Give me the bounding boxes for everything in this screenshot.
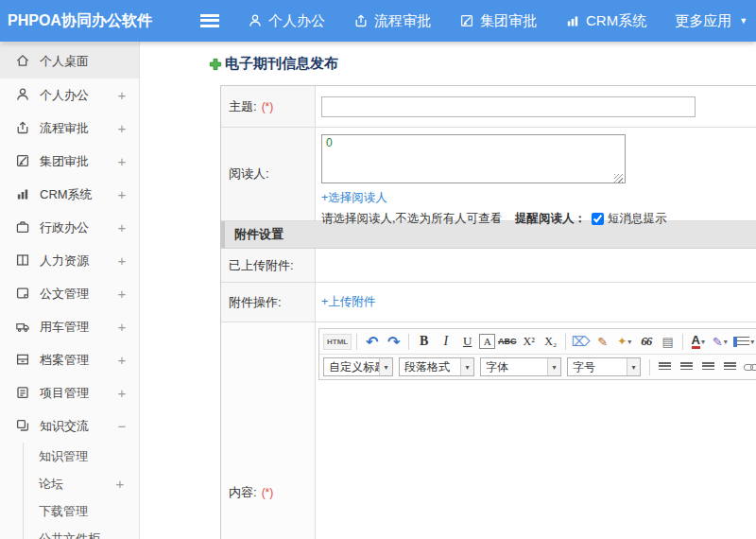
required-mark: (*) [262,100,274,113]
hamburger-menu-icon[interactable] [200,14,219,27]
sidebar-subitem-public-file-cabinet[interactable]: 公共文件柜 [24,525,139,539]
justify-button[interactable] [720,357,740,376]
undo-button[interactable]: ↶ [362,332,382,351]
subscript-button[interactable]: X₂ [541,332,560,351]
sidebar-item-project-mgmt[interactable]: 项目管理 + [0,376,139,409]
font-family-select[interactable]: 字体▾ [480,357,561,376]
expand-plus-icon[interactable]: + [116,252,128,269]
sidebar-item-crm[interactable]: CRM系统 + [0,178,139,211]
superscript-button[interactable]: X² [519,332,539,351]
font-color-button[interactable]: A▾ [688,332,708,351]
bar-chart-icon [565,13,580,28]
nav-personal-office[interactable]: 个人办公 [248,12,325,30]
sidebar-subitem-label: 论坛 [39,476,114,493]
remove-format-eraser-icon[interactable]: ⌦ [571,332,591,351]
sidebar-item-admin-office[interactable]: 行政办公 + [0,211,139,244]
expand-plus-icon[interactable]: + [114,476,126,492]
sidebar-item-group-approval[interactable]: 集团审批 + [0,145,139,178]
caret-down-icon: ▾ [627,338,631,346]
nav-more-apps[interactable]: 更多应用 ▼ [675,12,747,30]
uploaded-attachments-row: 已上传附件: [221,249,756,283]
caret-down-icon: ▾ [460,358,473,375]
sidebar-subitem-label: 公共文件柜 [39,530,114,539]
caret-down-icon: ▾ [724,338,728,346]
sidebar-subitem-knowledge-mgmt[interactable]: 知识管理 [24,443,139,470]
redo-button[interactable]: ↷ [384,332,404,351]
strikethrough-button[interactable]: ABC [497,332,517,351]
ordered-list-button[interactable]: ▾ [731,332,754,351]
editor-toolbar-row1: HTML ↶ ↷ B I U A ABC X² X₂ [319,329,756,354]
upload-icon [353,13,369,28]
subject-row: 主题: (*) [221,86,756,128]
nav-crm[interactable]: CRM系统 [565,12,646,30]
nav-workflow-approval[interactable]: 流程审批 [353,12,431,30]
font-style-box-button[interactable]: A [479,334,495,349]
page-title: 电子期刊信息发布 [209,55,338,73]
expand-plus-icon[interactable]: + [116,286,128,302]
align-left-icon [659,362,671,372]
expand-plus-icon[interactable]: + [116,153,128,169]
expand-plus-icon[interactable]: + [116,219,128,235]
subject-input[interactable] [321,96,696,117]
sidebar-item-hr[interactable]: 人力资源 + [0,244,139,277]
blockquote-button[interactable]: 66 [636,332,656,351]
collapse-minus-icon[interactable]: − [116,418,128,434]
nav-label: 个人办公 [268,12,325,30]
sidebar-subitem-download-mgmt[interactable]: 下载管理 [24,497,139,525]
sidebar-item-archive-mgmt[interactable]: 档案管理 + [0,343,139,376]
highlight-pen-button[interactable]: ✎▾ [710,332,730,351]
font-size-select[interactable]: 字号▾ [567,357,641,376]
sidebar-subitem-forum[interactable]: 论坛 + [24,470,139,497]
expand-plus-icon[interactable]: + [116,385,128,401]
format-brush-icon[interactable]: ✎ [593,332,612,351]
expand-plus-icon[interactable]: + [116,87,128,103]
align-center-icon [680,362,693,372]
bold-button[interactable]: B [414,332,434,351]
sms-checkbox[interactable] [592,213,604,225]
magic-wand-button[interactable]: ✦▾ [614,332,634,351]
app-logo: PHPOA协同办公软件 [0,11,146,31]
link-button[interactable] [742,357,756,376]
main-content: 电子期刊信息发布 主题: (*) 阅读人: 0 +选择阅 [140,42,756,539]
upload-attachment-link[interactable]: +上传附件 [321,294,375,310]
align-center-button[interactable] [677,357,696,376]
expand-plus-icon[interactable]: + [116,120,128,136]
expand-plus-icon[interactable]: + [116,352,128,368]
upload-icon [15,120,31,136]
sidebar-item-knowledge-exchange[interactable]: 知识交流 − [0,409,139,443]
html-source-button[interactable]: HTML [323,334,352,350]
bar-chart-icon [15,186,31,202]
sidebar-item-vehicle-mgmt[interactable]: 用车管理 + [0,310,139,343]
sidebar-item-workflow-approval[interactable]: 流程审批 + [0,112,139,145]
separator [682,334,683,350]
copy-icon [15,418,31,434]
align-right-button[interactable] [698,357,718,376]
nav-group-approval[interactable]: 集团审批 [459,12,537,30]
subject-label: 主题: (*) [221,86,316,127]
nav-label: 更多应用 [675,12,731,30]
required-mark: (*) [262,486,274,499]
content-label: 内容: (*) [221,322,316,539]
heading-select[interactable]: 自定义标题▾ [323,357,393,376]
editor-content-area[interactable] [318,380,756,539]
caret-down-icon: ▾ [547,358,560,375]
paragraph-format-select[interactable]: 段落格式▾ [399,357,474,376]
sidebar-item-personal-office[interactable]: 个人办公 + [0,78,139,112]
select-readers-link[interactable]: +选择阅读人 [321,190,387,206]
sidebar-item-label: 个人办公 [40,87,116,104]
edit-icon [15,153,31,169]
italic-button[interactable]: I [436,332,455,351]
underline-button[interactable]: U [457,332,477,351]
paste-template-icon[interactable]: ▤ [658,332,678,351]
expand-plus-icon[interactable]: + [116,319,128,335]
nav-label: CRM系统 [586,12,646,30]
readers-textarea[interactable]: 0 [321,134,626,183]
sidebar-item-document-mgmt[interactable]: 公文管理 + [0,277,139,310]
content-row: 内容: (*) HTML ↶ ↷ B I U [221,322,756,539]
page-title-text: 电子期刊信息发布 [225,55,338,73]
sidebar-subitem-label: 知识管理 [39,448,114,465]
align-left-button[interactable] [655,357,675,376]
expand-plus-icon[interactable]: + [116,186,128,202]
book-icon [15,252,31,269]
sidebar-item-personal-desktop[interactable]: 个人桌面 [0,43,139,78]
